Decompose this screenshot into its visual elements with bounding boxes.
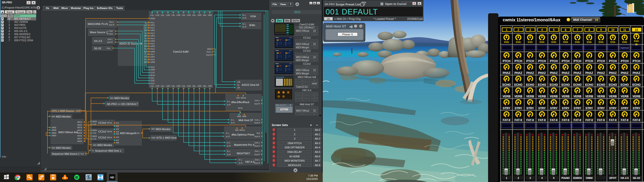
svg-text:SCIn: SCIn — [238, 107, 242, 109]
svg-text:A6R: A6R — [208, 85, 212, 87]
svg-text:1L: 1L — [144, 21, 147, 24]
svg-text:ECHO: ECHO — [502, 83, 511, 86]
svg-text:*: * — [365, 2, 366, 5]
svg-text:STRY: STRY — [586, 107, 593, 110]
svg-text:MIDI: MIDI — [92, 120, 97, 123]
svg-text:Out R: Out R — [107, 41, 113, 43]
svg-text:FAT-II: FAT-II — [503, 119, 510, 122]
svg-text:inL5: inL5 — [150, 42, 154, 45]
svg-text:MIDI Merger8: MIDI Merger8 — [120, 132, 136, 135]
svg-text:STRY: STRY — [621, 107, 628, 110]
svg-text:MOut: MOut — [107, 122, 112, 124]
svg-text:inR6: inR6 — [150, 50, 155, 53]
svg-text:In1: In1 — [116, 122, 119, 124]
svg-text:ECHO: ECHO — [609, 83, 617, 86]
svg-text:8R: 8R — [144, 61, 147, 63]
svg-text:PIANO: PIANO — [562, 176, 570, 179]
svg-text:MO2: MO2 — [77, 124, 82, 126]
svg-text:NI: NI — [100, 176, 102, 179]
svg-text:In R: In R — [242, 17, 246, 19]
svg-text:Out: Out — [136, 132, 140, 134]
svg-text:Mid2: Mid2 — [52, 129, 56, 131]
svg-text:A4R: A4R — [187, 85, 191, 87]
svg-text:4R: 4R — [144, 40, 147, 42]
svg-text:A1R: A1R — [155, 85, 160, 87]
svg-text:VERB: VERB — [597, 95, 605, 98]
svg-text:MO1: MO1 — [77, 121, 82, 123]
svg-text:Out L: Out L — [206, 51, 212, 53]
svg-text:8: 8 — [588, 28, 590, 32]
svg-text:PHAZ: PHAZ — [597, 71, 605, 75]
svg-text:In5: In5 — [116, 133, 119, 135]
svg-text:SE-02: SE-02 — [633, 176, 640, 179]
svg-text:ECHO: ECHO — [550, 83, 558, 86]
svg-text:ASIO2 Dest-64: ASIO2 Dest-64 — [242, 83, 259, 86]
svg-text:inR8: inR8 — [150, 61, 155, 63]
svg-text:trim: trim — [610, 41, 616, 43]
svg-text:MIDI Monitor: MIDI Monitor — [56, 115, 71, 118]
svg-text:inR1: inR1 — [150, 24, 155, 26]
svg-text:MO7: MO7 — [77, 137, 82, 140]
svg-text:XITE-1 MIDI Dest: XITE-1 MIDI Dest — [156, 136, 176, 139]
svg-text:PHAZ: PHAZ — [514, 71, 522, 75]
svg-text:ECHO: ECHO — [573, 83, 582, 86]
svg-text:trim: trim — [504, 41, 509, 43]
svg-text:In R: In R — [226, 135, 230, 138]
svg-text:Out: Out — [106, 47, 110, 50]
svg-text:MasterVerb Pro X: MasterVerb Pro X — [234, 143, 255, 146]
svg-text:PTCH: PTCH — [526, 59, 534, 63]
svg-text:STRY: STRY — [538, 107, 546, 110]
svg-text:3L: 3L — [144, 32, 147, 34]
svg-text:Mid3: Mid3 — [52, 132, 56, 134]
svg-text:i11R: i11R — [150, 79, 155, 82]
svg-text:FAT-II: FAT-II — [562, 119, 569, 122]
svg-text:trim: trim — [622, 41, 627, 43]
svg-text:inR7: inR7 — [150, 56, 155, 58]
svg-text:ECHO: ECHO — [538, 83, 546, 86]
svg-text:15: 15 — [595, 18, 598, 22]
svg-text:Sequencer Midi Source 1: Sequencer Midi Source 1 — [52, 152, 80, 155]
svg-text:VERB: VERB — [632, 95, 640, 98]
svg-text:PTCH: PTCH — [538, 59, 546, 63]
svg-text:MO6: MO6 — [77, 135, 82, 137]
svg-text:PHAZ: PHAZ — [621, 71, 629, 75]
svg-text:ECHO: ECHO — [562, 83, 570, 86]
svg-text:5: 5 — [553, 28, 555, 32]
svg-text:STRY: STRY — [503, 107, 510, 110]
svg-text:A.In: A.In — [92, 132, 96, 134]
svg-text:Midi Channel:: Midi Channel: — [573, 18, 592, 22]
svg-text:VERB: VERB — [514, 95, 522, 98]
svg-text:STRY: STRY — [562, 107, 569, 110]
svg-text:PHAZ: PHAZ — [503, 71, 510, 75]
svg-text:MOut: MOut — [240, 129, 245, 131]
svg-text:a: a — [64, 176, 66, 179]
svg-text:FAT-II: FAT-II — [550, 119, 558, 122]
svg-text:1: 1 — [506, 28, 508, 32]
svg-text:A2R: A2R — [166, 14, 170, 16]
svg-text:PTCH: PTCH — [514, 59, 522, 63]
svg-text:MIDI Monitor: MIDI Monitor — [114, 97, 129, 100]
svg-text:FAT-II: FAT-II — [597, 119, 605, 122]
svg-text:trim: trim — [563, 41, 568, 43]
svg-text:3: 3 — [530, 28, 531, 32]
svg-text:MIn: MIn — [152, 128, 155, 130]
svg-text:PTCH: PTCH — [633, 59, 640, 63]
svg-text:A5R: A5R — [197, 14, 202, 16]
svg-text:In8: In8 — [116, 141, 119, 144]
svg-text:Optimast: Optimast — [620, 47, 629, 49]
svg-text:FAT-II: FAT-II — [586, 119, 593, 122]
svg-text:A5L: A5L — [192, 14, 196, 16]
svg-text:8L: 8L — [144, 58, 147, 61]
svg-text:MIDI FilRout 4x8: MIDI FilRout 4x8 — [58, 131, 78, 134]
svg-text:inL6: inL6 — [150, 48, 154, 50]
svg-text:iR10: iR10 — [150, 74, 155, 76]
svg-text:inL4: inL4 — [150, 37, 154, 40]
svg-text:FAT-II: FAT-II — [621, 119, 628, 122]
svg-text:FAT-II: FAT-II — [514, 119, 522, 122]
svg-text:2L: 2L — [144, 27, 147, 29]
svg-text:Out R: Out R — [254, 135, 260, 138]
svg-text:ECHO: ECHO — [597, 83, 605, 86]
svg-text:STRY: STRY — [526, 107, 534, 110]
svg-text:STRY: STRY — [514, 107, 522, 110]
svg-text:In7: In7 — [116, 139, 119, 141]
